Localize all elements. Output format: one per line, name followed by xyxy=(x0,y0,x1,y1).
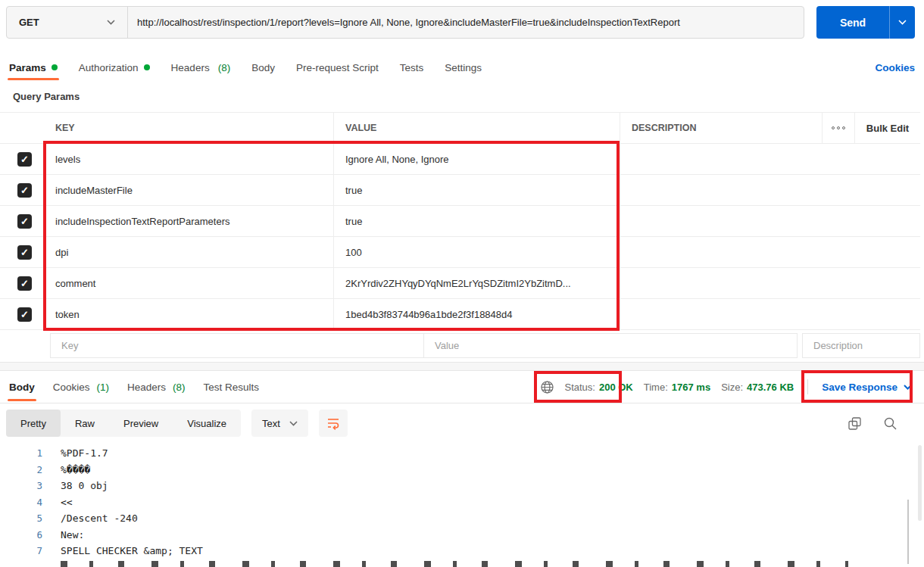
method-select[interactable]: GET xyxy=(7,7,128,38)
save-response-label: Save Response xyxy=(822,382,897,393)
line-text: %���� xyxy=(61,464,90,475)
param-value[interactable]: Ignore All, None, Ignore xyxy=(333,144,620,174)
row-spacer xyxy=(854,299,920,329)
row-spacer xyxy=(822,206,854,236)
new-param-description-input[interactable]: Description xyxy=(802,333,920,358)
line-number: 1 xyxy=(0,447,42,459)
line-number: 4 xyxy=(0,497,42,508)
param-value[interactable]: true xyxy=(333,175,620,205)
row-spacer xyxy=(854,175,920,205)
param-value[interactable]: 1bed4b3f83744b96a1bde2f3f18848d4 xyxy=(333,299,620,329)
time-label: Time: xyxy=(644,382,668,393)
tab-params[interactable]: Params xyxy=(9,55,58,80)
code-line: 4 << xyxy=(0,494,924,511)
param-key[interactable]: includeInspectionTextReportParameters xyxy=(49,206,333,236)
headers-count: (8) xyxy=(173,382,186,393)
param-key[interactable]: comment xyxy=(49,268,333,298)
line-text: << xyxy=(61,497,73,508)
new-param-key-input[interactable]: Key xyxy=(50,333,424,358)
status-label: Status: xyxy=(564,382,595,393)
param-description[interactable] xyxy=(620,268,822,298)
save-response-button[interactable]: Save Response xyxy=(822,382,912,393)
send-options-button[interactable] xyxy=(889,6,915,39)
response-tools xyxy=(848,417,897,430)
row-spacer xyxy=(854,268,920,298)
param-checkbox[interactable]: ✓ xyxy=(17,245,32,260)
tab-pre-request-script[interactable]: Pre-request Script xyxy=(296,55,379,80)
code-line: 3 38 0 obj xyxy=(0,478,924,494)
status-value: 200 OK xyxy=(599,382,633,393)
clipped-response-line xyxy=(61,561,848,567)
new-param-row: Key Value Description xyxy=(0,330,920,361)
param-description[interactable] xyxy=(620,237,822,267)
param-checkbox[interactable]: ✓ xyxy=(17,307,32,322)
code-line: 2 %���� xyxy=(0,462,924,478)
view-tab-pretty[interactable]: Pretty xyxy=(6,410,61,437)
copy-button[interactable] xyxy=(848,417,861,430)
param-value[interactable]: 2KrYrdiv2ZHYqyDYqNmE2LrYqSDZitmI2YbZitmD… xyxy=(333,268,620,298)
param-key[interactable]: token xyxy=(49,299,333,329)
header-checkbox-spacer xyxy=(0,113,49,143)
search-button[interactable] xyxy=(884,417,897,430)
view-tab-visualize[interactable]: Visualize xyxy=(173,410,241,437)
param-key[interactable]: includeMasterFile xyxy=(49,175,333,205)
tab-test-results[interactable]: Test Results xyxy=(204,371,260,403)
tab-settings[interactable]: Settings xyxy=(445,55,482,80)
tab-headers[interactable]: Headers (8) xyxy=(171,55,231,80)
param-value[interactable]: 100 xyxy=(333,237,620,267)
tab-body[interactable]: Body xyxy=(251,55,275,80)
param-description[interactable] xyxy=(620,175,822,205)
line-number: 5 xyxy=(0,512,42,524)
new-param-value-input[interactable]: Value xyxy=(423,333,798,358)
param-checkbox[interactable]: ✓ xyxy=(17,183,32,198)
param-key[interactable]: levels xyxy=(49,144,333,174)
scrollbar-thumb[interactable] xyxy=(907,500,909,564)
row-spacer xyxy=(822,175,854,205)
url-input[interactable]: http://localhost/rest/inspection/1/repor… xyxy=(128,7,804,38)
send-button-group: Send xyxy=(816,6,915,39)
tab-response-headers[interactable]: Headers (8) xyxy=(127,371,186,403)
response-body-editor[interactable]: 1 %PDF-1.7 2 %���� 3 38 0 obj 4 << 5 /De… xyxy=(0,445,924,567)
param-description[interactable] xyxy=(620,144,822,174)
row-spacer xyxy=(854,237,920,267)
line-number: 2 xyxy=(0,464,42,475)
bulk-edit-button[interactable]: Bulk Edit xyxy=(854,113,920,143)
response-header: Body Cookies (1) Headers (8) Test Result… xyxy=(0,371,924,403)
wrap-text-button[interactable] xyxy=(319,410,348,437)
table-row: ✓ comment 2KrYrdiv2ZHYqyDYqNmE2LrYqSDZit… xyxy=(0,268,920,299)
view-tab-raw[interactable]: Raw xyxy=(61,410,109,437)
dot-icon xyxy=(842,126,845,129)
param-checkbox[interactable]: ✓ xyxy=(17,152,32,167)
table-header-row: KEY VALUE DESCRIPTION Bulk Edit xyxy=(0,112,920,144)
size-label: Size: xyxy=(721,382,743,393)
param-description[interactable] xyxy=(620,299,822,329)
tab-label: Settings xyxy=(445,62,482,73)
tab-authorization[interactable]: Authorization xyxy=(79,55,150,80)
param-checkbox[interactable]: ✓ xyxy=(17,276,32,291)
param-value[interactable]: true xyxy=(333,206,620,236)
send-button[interactable]: Send xyxy=(816,6,889,39)
param-description[interactable] xyxy=(620,206,822,236)
time-value: 1767 ms xyxy=(672,382,710,393)
globe-icon xyxy=(541,381,554,394)
table-row: ✓ includeMasterFile true xyxy=(0,175,920,206)
param-checkbox[interactable]: ✓ xyxy=(17,214,32,229)
tab-response-body[interactable]: Body xyxy=(9,371,35,403)
cookies-link[interactable]: Cookies xyxy=(875,62,915,73)
line-number: 7 xyxy=(0,545,42,556)
row-spacer xyxy=(854,144,920,174)
more-options-button[interactable] xyxy=(822,113,854,143)
format-select[interactable]: Text xyxy=(251,410,308,437)
column-header-description: DESCRIPTION xyxy=(620,113,822,143)
search-icon xyxy=(884,417,897,430)
code-line: 6 New: xyxy=(0,527,924,544)
tab-tests[interactable]: Tests xyxy=(400,55,424,80)
tab-label: Authorization xyxy=(79,62,139,73)
dot-icon xyxy=(832,126,835,129)
param-key[interactable]: dpi xyxy=(49,237,333,267)
table-row: ✓ includeInspectionTextReportParameters … xyxy=(0,206,920,237)
table-row: ✓ dpi 100 xyxy=(0,237,920,268)
tab-response-cookies[interactable]: Cookies (1) xyxy=(53,371,109,403)
scrollbar[interactable] xyxy=(918,445,922,521)
view-tab-preview[interactable]: Preview xyxy=(109,410,173,437)
